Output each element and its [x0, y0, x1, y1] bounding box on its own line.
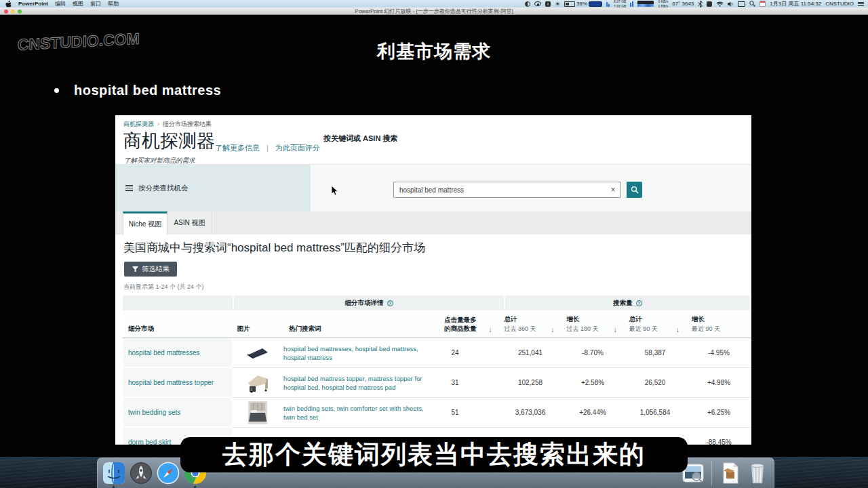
menu-datetime[interactable]: 1月3日 周五 11:54:32 — [770, 0, 821, 7]
warning-status-icon[interactable]: ! — [545, 1, 551, 7]
apple-menu-icon[interactable] — [5, 1, 12, 7]
battery-icon — [564, 1, 575, 7]
sort-arrow-icon[interactable]: ↓ — [551, 326, 555, 333]
growth-90-value: +4.98% — [686, 368, 751, 398]
info-icon[interactable]: ? — [636, 300, 642, 306]
product-image-twin-bed — [232, 398, 283, 428]
browse-label: 按分类查找机会 — [138, 184, 189, 193]
bluetooth-icon[interactable] — [698, 1, 703, 7]
niche-link[interactable]: twin bedding sets — [128, 409, 180, 416]
close-window-button[interactable] — [4, 9, 8, 14]
table-column-header-row: 细分市场 图片 热门搜索词 点击量最多的商品数量 ↓ 总计过去 360 天 ↓ … — [123, 310, 751, 338]
product-image-mattress — [232, 338, 283, 368]
notification-center-icon[interactable] — [858, 1, 864, 7]
mouse-cursor — [331, 186, 338, 196]
trash-dock-icon[interactable] — [746, 462, 769, 485]
airplay-display-icon[interactable] — [738, 1, 745, 7]
sort-arrow-icon[interactable]: ↓ — [614, 326, 617, 333]
dock-divider — [711, 461, 712, 485]
menu-help[interactable]: 帮助 — [108, 0, 119, 7]
tab-asin-view[interactable]: ASIN 视图 — [167, 211, 212, 235]
menu-app-name[interactable]: PowerPoint — [18, 1, 48, 7]
total-360-value: 3,673,036 — [499, 398, 561, 428]
page-title-links: 了解更多信息|为此页面评分 — [215, 143, 320, 153]
caption-text: 去那个关键词列表当中去搜索出来的 — [222, 438, 646, 472]
niche-link[interactable]: dorm bed skirt — [128, 439, 171, 445]
cpu-meter-icon[interactable] — [606, 1, 610, 7]
rate-page-link[interactable]: 为此页面评分 — [275, 144, 320, 152]
total-360-value: 102,258 — [499, 368, 561, 398]
result-count-text: 当前显示第 1-24 个 (共 24 个) — [123, 283, 204, 291]
menu-edit[interactable]: 编辑 — [55, 0, 66, 7]
keywords-link[interactable]: hospital bed mattresses, hospital bed ma… — [283, 344, 431, 362]
volume-icon[interactable] — [728, 1, 734, 7]
learn-more-link[interactable]: 了解更多信息 — [215, 144, 260, 152]
col-header-growth-90[interactable]: 增长最近 90 天 — [686, 310, 751, 338]
menu-account[interactable]: CNSTUDIO — [825, 1, 854, 7]
view-tab-bar: Niche 视图 ASIN 视图 — [115, 211, 751, 235]
input-source-icon[interactable] — [707, 1, 712, 7]
sort-arrow-icon[interactable]: ↓ — [676, 326, 679, 333]
minimize-window-button[interactable] — [11, 9, 15, 14]
tab-niche-view[interactable]: Niche 视图 — [123, 211, 167, 235]
cpu-bar-icon — [589, 1, 602, 7]
results-heading: 美国商城中与搜索词“hospital bed mattress”匹配的细分市场 — [123, 240, 425, 256]
growth-180-value: +26.44% — [561, 398, 624, 428]
safari-dock-icon[interactable] — [157, 462, 180, 485]
macos-menu-bar: PowerPoint 编辑 视图 窗口 帮助 ! ☀ 38% 8.07 GB 7… — [0, 0, 868, 7]
document-dock-icon[interactable] — [719, 462, 742, 485]
funnel-icon — [132, 266, 138, 272]
sort-arrow-icon[interactable]: ↓ — [488, 326, 492, 333]
battery-status[interactable]: 38% — [564, 1, 602, 7]
group-header-details: 细分市场详情 ? — [234, 296, 505, 310]
window-title-bar: PowerPoint 幻灯片放映 - [一步一步教你选品可行性分析案例-阿甘] — [0, 7, 868, 15]
clear-search-icon[interactable]: × — [608, 184, 618, 196]
col-header-top-clicked[interactable]: 点击量最多的商品数量 ↓ — [439, 310, 498, 338]
links-divider: | — [267, 144, 269, 152]
network-speed[interactable]: 0 KB/s 1 KB/s — [658, 0, 668, 8]
opportunity-explorer-screenshot: 商机探测器›细分市场搜索结果 商机探测器 了解更多信息|为此页面评分 了解买家对… — [115, 115, 751, 445]
disk-meter-icon[interactable] — [630, 1, 633, 7]
col-header-total-90[interactable]: 总计最近 90 天 ↓ — [624, 310, 686, 338]
zoom-window-button[interactable] — [18, 9, 22, 14]
info-icon[interactable]: ? — [387, 300, 393, 306]
col-header-growth-180[interactable]: 增长过去 180 天 ↓ — [561, 310, 624, 338]
total-90-value: 26,520 — [624, 368, 686, 398]
col-header-image: 图片 — [232, 310, 284, 338]
calendar-icon[interactable] — [760, 1, 766, 7]
wifi-icon[interactable] — [716, 1, 724, 7]
growth-90-value: +6.25% — [686, 398, 751, 428]
group-header-search-volume: 搜索量 ? — [505, 296, 750, 310]
spotlight-icon[interactable] — [749, 1, 755, 7]
brightness-icon[interactable]: ☀ — [555, 1, 560, 7]
menu-view[interactable]: 视图 — [73, 0, 83, 7]
niche-link[interactable]: hospital bed mattresses — [128, 349, 200, 357]
group-header-empty — [123, 296, 234, 310]
filter-results-button[interactable]: 筛选结果 — [124, 262, 177, 277]
col-header-niche: 细分市场 — [123, 310, 232, 338]
battery-percent: 38% — [576, 1, 587, 7]
browse-categories-button[interactable]: 按分类查找机会 — [115, 165, 311, 211]
breadcrumb-root-link[interactable]: 商机探测器 — [123, 121, 154, 127]
search-input[interactable] — [393, 182, 621, 198]
search-magnifier-icon — [631, 186, 639, 194]
network-graph-icon[interactable] — [637, 1, 654, 7]
niche-link[interactable]: hospital bed mattress topper — [128, 379, 214, 386]
launchpad-dock-icon[interactable] — [130, 462, 153, 485]
slide-title: 利基市场需求 — [0, 39, 868, 64]
eye-status-icon[interactable] — [534, 1, 541, 6]
menu-window[interactable]: 窗口 — [90, 0, 101, 7]
window-title: PowerPoint 幻灯片放映 - [一步一步教你选品可行性分析案例-阿甘] — [355, 7, 513, 15]
weather-status[interactable]: 67° 3643 — [672, 1, 694, 7]
video-caption-bar: 去那个关键词列表当中去搜索出来的 — [180, 437, 688, 472]
half-circle-status-icon[interactable] — [525, 1, 530, 7]
slide-canvas: CNSTUDIO.COM 利基市场需求 hospital bed mattres… — [0, 15, 868, 457]
keywords-link[interactable]: twin bedding sets, twin comforter set wi… — [283, 404, 431, 422]
col-header-total-360[interactable]: 总计过去 360 天 ↓ — [498, 310, 561, 338]
finder-dock-icon[interactable] — [102, 462, 125, 485]
table-row: hospital bed mattress topper hospital be… — [123, 368, 751, 398]
memory-status[interactable]: 8.07 GB 7.93 GB — [614, 0, 626, 8]
keywords-link[interactable]: hospital bed mattress topper, mattress t… — [283, 374, 431, 392]
search-keyword-label: 按关键词或 ASIN 搜索 — [323, 115, 397, 162]
search-button[interactable] — [627, 182, 642, 198]
